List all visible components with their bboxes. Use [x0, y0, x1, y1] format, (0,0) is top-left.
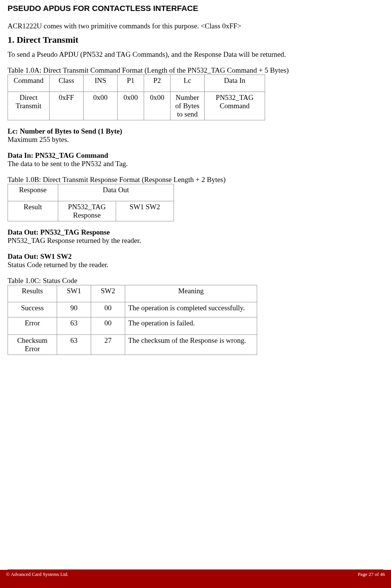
section-body: To send a Pseudo APDU (PN532 and TAG Com… — [8, 50, 383, 59]
th-response: Response — [8, 184, 58, 201]
th-meaning: Meaning — [125, 285, 257, 302]
table-row: Response Data Out — [8, 184, 174, 201]
td-results: Checksum Error — [8, 335, 57, 355]
table-b-caption: Table 1.0B: Direct Transmit Response For… — [8, 176, 383, 184]
td-results: Error — [8, 317, 57, 335]
table-c-caption: Table 1.0C: Status Code — [8, 277, 383, 285]
footer-left: © Advanced Card Systems Ltd. — [6, 571, 68, 577]
th-p1: P1 — [118, 75, 144, 92]
intro-text: ACR1222U comes with two primitive comman… — [8, 22, 383, 30]
td-sw1sw2: SW1 SW2 — [116, 201, 174, 221]
td-datain: PN532_TAG Command — [205, 92, 265, 120]
th-lc: Lc — [171, 75, 205, 92]
td-pn532: PN532_TAG Response — [58, 201, 116, 221]
section-heading: 1. Direct Transmit — [8, 35, 383, 45]
field-dataout2-label: Data Out: SW1 SW2 — [8, 252, 383, 261]
th-sw2: SW2 — [91, 285, 125, 302]
table-row: Checksum Error 63 27 The checksum of the… — [8, 335, 257, 355]
page-title: PSEUDO APDUS FOR CONTACTLESS INTERFACE — [8, 4, 383, 13]
td-meaning: The checksum of the Response is wrong. — [125, 335, 257, 355]
field-dataout2-desc: Status Code returned by the reader. — [8, 261, 383, 269]
td-sw1: 63 — [57, 317, 91, 335]
td-class: 0xFF — [50, 92, 84, 120]
th-datain: Data In — [205, 75, 265, 92]
td-sw1: 63 — [57, 335, 91, 355]
td-sw1: 90 — [57, 302, 91, 317]
th-p2: P2 — [144, 75, 171, 92]
td-results: Success — [8, 302, 57, 317]
field-dataout1-label: Data Out: PN532_TAG Response — [8, 228, 383, 236]
table-c: Results SW1 SW2 Meaning Success 90 00 Th… — [8, 285, 257, 355]
td-command: Direct Transmit — [8, 92, 50, 120]
th-results: Results — [8, 285, 57, 302]
table-row: Direct Transmit 0xFF 0x00 0x00 0x00 Numb… — [8, 92, 265, 120]
footer: © Advanced Card Systems Ltd. Page 27 of … — [0, 570, 391, 588]
th-dataout: Data Out — [58, 184, 174, 201]
td-meaning: The operation is failed. — [125, 317, 257, 335]
td-sw2: 00 — [91, 317, 125, 335]
td-p2: 0x00 — [144, 92, 171, 120]
footer-right: Page 27 of 46 — [358, 571, 385, 577]
table-b: Response Data Out Result PN532_TAG Respo… — [8, 184, 174, 221]
field-lc-desc: Maximum 255 bytes. — [8, 135, 383, 144]
field-dataout1-desc: PN532_TAG Response returned by the reade… — [8, 236, 383, 245]
td-ins: 0x00 — [84, 92, 118, 120]
th-ins: INS — [84, 75, 118, 92]
table-row: Error 63 00 The operation is failed. — [8, 317, 257, 335]
table-row: Results SW1 SW2 Meaning — [8, 285, 257, 302]
td-lc: Number of Bytes to send — [171, 92, 205, 120]
field-datain-desc: The data to be sent to the PN532 and Tag… — [8, 160, 383, 168]
td-sw2: 27 — [91, 335, 125, 355]
table-row: Result PN532_TAG Response SW1 SW2 — [8, 201, 174, 221]
th-sw1: SW1 — [57, 285, 91, 302]
table-a: Command Class INS P1 P2 Lc Data In Direc… — [8, 75, 265, 120]
td-result: Result — [8, 201, 58, 221]
th-command: Command — [8, 75, 50, 92]
field-lc-label: Lc: Number of Bytes to Send (1 Byte) — [8, 127, 383, 135]
table-a-caption: Table 1.0A: Direct Transmit Command Form… — [8, 66, 383, 75]
td-sw2: 00 — [91, 302, 125, 317]
td-p1: 0x00 — [118, 92, 144, 120]
field-datain-label: Data In: PN532_TAG Command — [8, 151, 383, 160]
table-row: Success 90 00 The operation is completed… — [8, 302, 257, 317]
table-row: Command Class INS P1 P2 Lc Data In — [8, 75, 265, 92]
th-class: Class — [50, 75, 84, 92]
td-meaning: The operation is completed successfully. — [125, 302, 257, 317]
